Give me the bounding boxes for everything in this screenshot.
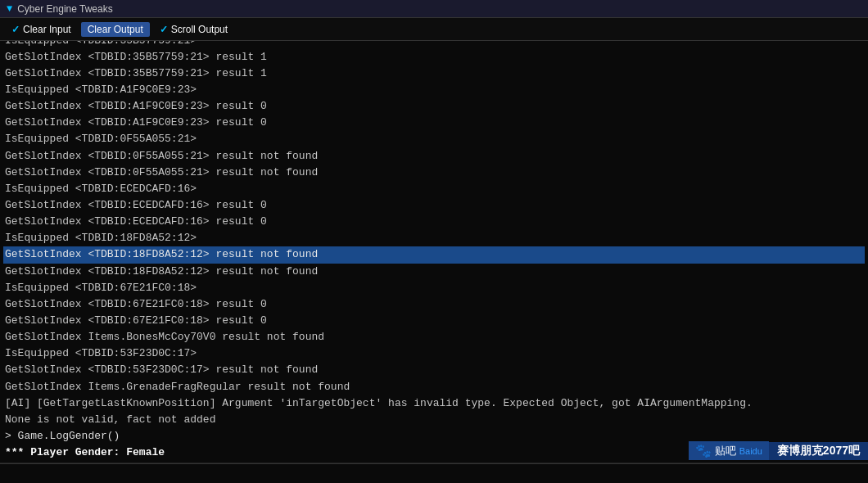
toolbar: ✓ Clear Input Clear Output ✓ Scroll Outp… xyxy=(0,18,868,41)
console-line: GetSlotIndex <TDBID:35B57759:21> result … xyxy=(3,49,865,65)
app-title: Cyber Engine Tweaks xyxy=(17,3,113,15)
console-input[interactable] xyxy=(3,467,865,480)
baidu-brand: Baidu xyxy=(739,446,762,456)
title-bar: ▼ Cyber Engine Tweaks xyxy=(0,0,868,18)
console-line: IsEquipped <TDBID:A1F9C0E9:23> xyxy=(3,82,865,98)
app-icon: ▼ xyxy=(7,3,12,15)
console-line: IsEquipped <TDBID:18FD8A52:12> xyxy=(3,230,865,246)
console-line: GetSlotIndex Items.BonesMcCoy70V0 result… xyxy=(3,329,865,345)
console-line: GetSlotIndex Items.GrenadeFragRegular re… xyxy=(3,379,865,395)
watermark: 🐾 贴吧 Baidu 赛博朋克2077吧 xyxy=(689,441,868,460)
baidu-text: 贴吧 xyxy=(715,444,736,458)
cyberpunk-watermark-text: 赛博朋克2077吧 xyxy=(769,442,868,460)
console-line: None is not valid, fact not added xyxy=(3,412,865,428)
console-output: IsEquipped <TDBID:86CCC1A3:15>GetSlotInd… xyxy=(0,41,868,463)
console-line: [AI] [GetTargetLastKnownPosition] Argume… xyxy=(3,395,865,412)
console-line: IsEquipped <TDBID:67E21FC0:18> xyxy=(3,280,865,296)
console-line: GetSlotIndex <TDBID:18FD8A52:12> result … xyxy=(3,264,865,280)
console-line: GetSlotIndex <TDBID:A1F9C0E9:23> result … xyxy=(3,98,865,115)
console-line: IsEquipped <TDBID:35B57759:21> xyxy=(3,41,865,49)
console-line: GetSlotIndex <TDBID:0F55A055:21> result … xyxy=(3,165,865,181)
console-line: GetSlotIndex <TDBID:ECEDCAFD:16> result … xyxy=(3,214,865,230)
console-line: GetSlotIndex <TDBID:67E21FC0:18> result … xyxy=(3,313,865,329)
scroll-output-label: Scroll Output xyxy=(171,24,228,35)
clear-input-label: Clear Input xyxy=(23,24,71,35)
baidu-watermark: 🐾 贴吧 Baidu xyxy=(689,441,769,460)
console-line: GetSlotIndex <TDBID:18FD8A52:12> result … xyxy=(3,246,865,263)
scroll-output-button[interactable]: ✓ Scroll Output xyxy=(153,22,234,37)
console-line: GetSlotIndex <TDBID:0F55A055:21> result … xyxy=(3,148,865,165)
console-line: IsEquipped <TDBID:53F23D0C:17> xyxy=(3,345,865,362)
baidu-paw-icon: 🐾 xyxy=(695,443,712,458)
console-line: GetSlotIndex <TDBID:ECEDCAFD:16> result … xyxy=(3,197,865,214)
clear-output-button[interactable]: Clear Output xyxy=(81,22,150,37)
input-bar[interactable] xyxy=(0,463,868,483)
clear-output-label: Clear Output xyxy=(88,24,143,35)
console-line: IsEquipped <TDBID:0F55A055:21> xyxy=(3,131,865,147)
console-line: GetSlotIndex <TDBID:A1F9C0E9:23> result … xyxy=(3,115,865,131)
console-line: IsEquipped <TDBID:ECEDCAFD:16> xyxy=(3,181,865,197)
console-line: GetSlotIndex <TDBID:67E21FC0:18> result … xyxy=(3,296,865,313)
clear-input-check-icon: ✓ xyxy=(11,24,20,35)
scroll-output-check-icon: ✓ xyxy=(160,24,168,35)
console-line: GetSlotIndex <TDBID:53F23D0C:17> result … xyxy=(3,362,865,378)
clear-input-button[interactable]: ✓ Clear Input xyxy=(5,22,78,37)
console-line: GetSlotIndex <TDBID:35B57759:21> result … xyxy=(3,65,865,82)
